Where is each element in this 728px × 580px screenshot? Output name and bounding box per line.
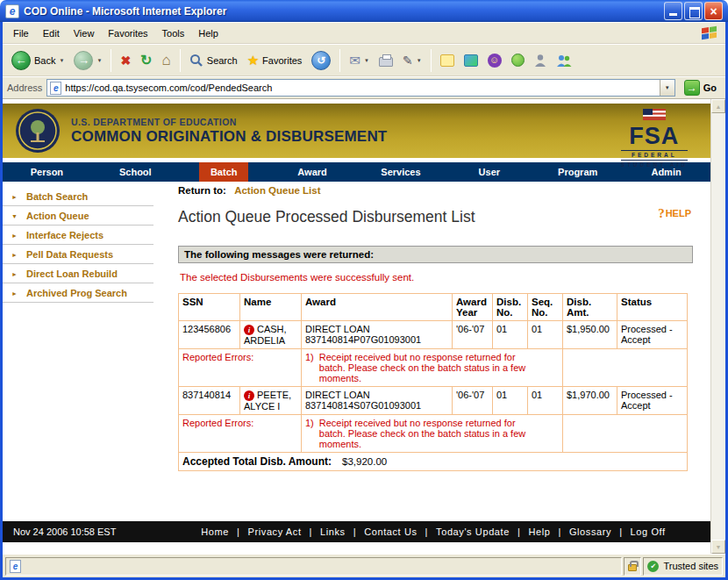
discuss-button[interactable] xyxy=(437,53,458,68)
back-button[interactable]: ← Back ▼ xyxy=(8,49,68,72)
menu-edit[interactable]: Edit xyxy=(36,25,67,42)
nav-tab-program[interactable]: Program xyxy=(533,162,622,182)
person-icon xyxy=(534,54,546,68)
security-zone-panel[interactable]: ✔ Trusted sites xyxy=(643,557,723,576)
address-bar: Address e ▼ → Go xyxy=(3,76,725,99)
footer-link-contact-us[interactable]: Contact Us xyxy=(364,526,417,537)
address-dropdown-icon[interactable]: ▼ xyxy=(660,80,674,96)
footer-link-links[interactable]: Links xyxy=(320,526,346,537)
nav-tab-services[interactable]: Services xyxy=(357,162,446,182)
footer-link-privacy-act[interactable]: Privacy Act xyxy=(248,526,302,537)
contacts-button[interactable] xyxy=(553,52,575,69)
sidebar-item-batch-search[interactable]: ► Batch Search xyxy=(3,187,153,206)
smiley-icon: ☺ xyxy=(488,54,502,68)
cell-name: iPEETE, ALYCE I xyxy=(240,387,302,415)
info-icon[interactable]: i xyxy=(244,390,254,401)
mail-icon: ✉ xyxy=(349,54,360,67)
print-icon xyxy=(379,57,393,67)
sidebar-item-label: Archived Prog Search xyxy=(26,288,127,298)
minimize-button[interactable] xyxy=(664,2,682,20)
nav-tab-school[interactable]: School xyxy=(91,162,180,182)
messenger-button[interactable] xyxy=(460,53,482,68)
cell-award-year: '06-'07 xyxy=(453,387,493,415)
forward-icon: → xyxy=(74,51,93,70)
footer-link-home[interactable]: Home xyxy=(201,526,229,537)
menu-tools[interactable]: Tools xyxy=(155,25,192,42)
cell-seq-no: 01 xyxy=(528,387,563,415)
menu-help[interactable]: Help xyxy=(191,25,225,42)
cell-award: DIRECT LOAN 837140814P07G01093001 xyxy=(302,321,453,349)
search-button[interactable]: Search xyxy=(186,52,241,69)
reported-errors-label: Reported Errors: xyxy=(179,349,302,387)
sidebar-item-label: Batch Search xyxy=(26,191,88,202)
vertical-scrollbar[interactable]: ▲ ▼ xyxy=(710,99,725,554)
search-icon xyxy=(189,54,203,68)
yahoo-messenger-button[interactable]: ☺ xyxy=(484,52,505,69)
main-content: Return to: Action Queue List Action Queu… xyxy=(168,182,710,519)
flag-icon xyxy=(643,109,666,120)
icq-button[interactable] xyxy=(508,52,528,68)
fsa-text: FSA xyxy=(621,125,688,148)
edit-dropdown-icon[interactable]: ▼ xyxy=(417,58,422,63)
maximize-button[interactable] xyxy=(684,2,703,20)
col-name: Name xyxy=(240,294,302,321)
stop-button[interactable]: ✖ xyxy=(117,53,134,68)
sidebar-item-pell-data-requests[interactable]: ► Pell Data Requests xyxy=(3,245,153,264)
fsa-federal: FEDERAL xyxy=(621,150,688,158)
favorites-button[interactable]: ★ Favorites xyxy=(244,52,306,68)
error-message-cell: 1) Receipt received but no response retu… xyxy=(302,415,563,453)
cell-status: Processed - Accept xyxy=(617,387,688,415)
fsa-logo: FSA FEDERAL STUDENT AID xyxy=(621,108,688,168)
people-icon xyxy=(556,54,572,68)
footer-link-log-off[interactable]: Log Off xyxy=(631,526,666,537)
scroll-up-icon[interactable]: ▲ xyxy=(711,99,725,113)
home-button[interactable]: ⌂ xyxy=(159,51,175,69)
nav-tab-user[interactable]: User xyxy=(445,162,533,182)
sidebar-item-label: Direct Loan Rebuild xyxy=(26,269,118,279)
sidebar-item-archived-prog-search[interactable]: ► Archived Prog Search xyxy=(3,283,153,303)
title-bar[interactable]: e COD Online - Microsoft Internet Explor… xyxy=(0,0,728,22)
cell-seq-no: 01 xyxy=(528,321,563,349)
research-button[interactable] xyxy=(531,52,550,69)
security-panel[interactable] xyxy=(624,557,641,576)
sidebar-item-interface-rejects[interactable]: ► Interface Rejects xyxy=(3,226,153,245)
help-button[interactable]: ? HELP xyxy=(658,208,691,220)
edit-button[interactable]: ✎ ▼ xyxy=(399,53,425,68)
menu-view[interactable]: View xyxy=(67,25,102,42)
messenger-icon xyxy=(464,54,478,67)
col-award-year: Award Year xyxy=(453,294,493,321)
lock-icon xyxy=(628,564,637,571)
go-button[interactable]: → Go xyxy=(680,80,721,96)
cell-status: Processed - Accept xyxy=(617,321,688,349)
address-box[interactable]: e ▼ xyxy=(46,79,674,97)
mail-button[interactable]: ✉ ▼ xyxy=(346,52,373,68)
icq-icon xyxy=(511,54,525,67)
forward-dropdown-icon[interactable]: ▼ xyxy=(96,58,102,63)
close-button[interactable]: × xyxy=(704,2,723,20)
address-input[interactable] xyxy=(61,81,659,95)
sidebar-item-direct-loan-rebuild[interactable]: ► Direct Loan Rebuild xyxy=(3,264,153,283)
footer-link-help[interactable]: Help xyxy=(528,526,550,537)
nav-tab-batch[interactable]: Batch xyxy=(180,162,268,182)
scroll-down-icon[interactable]: ▼ xyxy=(711,540,725,554)
sidebar-item-action-queue[interactable]: ▼ Action Queue xyxy=(3,206,153,226)
mail-dropdown-icon[interactable]: ▼ xyxy=(364,58,369,63)
footer-link-todays-update[interactable]: Today's Update xyxy=(436,526,510,537)
browser-window: e COD Online - Microsoft Internet Explor… xyxy=(0,0,728,580)
forward-button[interactable]: → ▼ xyxy=(70,49,105,72)
menu-favorites[interactable]: Favorites xyxy=(101,25,154,42)
action-queue-list-link[interactable]: Action Queue List xyxy=(234,185,320,196)
footer-timestamp: Nov 24 2006 10:58 EST xyxy=(13,526,167,537)
back-dropdown-icon[interactable]: ▼ xyxy=(59,58,64,63)
menu-file[interactable]: File xyxy=(6,25,36,42)
chevron-right-icon: ► xyxy=(11,233,19,239)
history-button[interactable]: ↺ xyxy=(308,49,334,72)
nav-tab-award[interactable]: Award xyxy=(268,162,357,182)
info-icon[interactable]: i xyxy=(244,325,254,335)
print-button[interactable] xyxy=(375,52,396,68)
refresh-button[interactable]: ↻ xyxy=(137,52,155,69)
error-message-cell: 1) Receipt received but no response retu… xyxy=(302,349,563,387)
nav-tab-person[interactable]: Person xyxy=(3,162,91,182)
chevron-down-icon: ▼ xyxy=(11,213,19,219)
footer-link-glossary[interactable]: Glossary xyxy=(569,526,611,537)
